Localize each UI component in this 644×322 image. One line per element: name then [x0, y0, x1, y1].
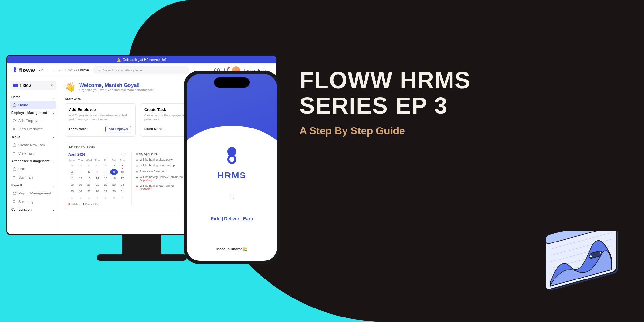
sidebar-item-add-employee[interactable]: Add Employee	[10, 117, 56, 125]
cal-day[interactable]: 13	[85, 175, 93, 181]
welcome-greeting: Welcome, Manish Goyal!	[79, 82, 153, 88]
cal-day[interactable]: 11	[68, 175, 76, 181]
onboarding-banner: ⚠️ Onboarding at HR services left	[7, 56, 276, 63]
forward-button[interactable]: ›	[58, 68, 60, 73]
nav-group-home[interactable]: Home⌄	[10, 93, 56, 101]
search-placeholder: Search for anything here	[103, 68, 142, 72]
sidebar-item-payroll-mgmt[interactable]: Payroll Management	[10, 189, 56, 197]
sidebar-item-payroll-summary[interactable]: Summary	[10, 197, 56, 206]
cal-day[interactable]: 12	[77, 175, 84, 181]
add-employee-card: Add Employee Add Employee, to track thei…	[65, 103, 136, 137]
cal-day[interactable]: 22	[102, 182, 109, 188]
cal-day[interactable]: 4	[68, 169, 76, 175]
nav-group-employee[interactable]: Employee Management⌄	[10, 109, 56, 117]
cal-day[interactable]: 7	[93, 169, 101, 175]
phone-app-name: HRMS	[217, 170, 246, 181]
chevron-down-icon: ⌄	[52, 208, 55, 211]
list-icon	[13, 151, 16, 155]
cal-day[interactable]: 17	[118, 175, 126, 181]
cal-day[interactable]: 6	[85, 169, 93, 175]
home-icon	[13, 103, 16, 107]
cal-day[interactable]: 1	[102, 163, 109, 168]
welcome-user-name: Manish Goyal!	[105, 82, 140, 88]
event-bullet-icon	[136, 159, 138, 161]
cal-day[interactable]: 15	[102, 175, 109, 181]
nav-group-payroll[interactable]: Payroll⌄	[10, 182, 56, 189]
event-bullet-icon	[136, 171, 138, 173]
cal-day[interactable]: 25	[68, 188, 76, 194]
learn-more-link[interactable]: Learn More ›	[69, 128, 88, 131]
cal-day[interactable]: 23	[110, 182, 118, 188]
card-description: Add Employee, to track their Attendance,…	[69, 113, 131, 121]
monitor-base	[97, 254, 187, 261]
cal-day[interactable]: 7	[118, 195, 126, 201]
back-button[interactable]: ‹	[53, 68, 55, 73]
cal-day[interactable]: 14	[93, 175, 101, 181]
cal-day[interactable]: 28	[93, 188, 101, 194]
cal-day[interactable]: 29	[102, 188, 109, 194]
cal-day[interactable]: 8	[102, 169, 109, 175]
calendar-legend: Holiday Present Day	[68, 203, 126, 205]
cal-next-button[interactable]: ›	[125, 152, 126, 156]
svg-point-17	[14, 152, 15, 153]
chevron-down-icon: ⌄	[52, 111, 55, 115]
sidebar-item-create-task[interactable]: Create New Task	[10, 141, 56, 149]
sidebar-collapse-button[interactable]: ≪	[39, 68, 43, 72]
cal-day[interactable]: 27	[85, 188, 93, 194]
hero-title-line2: SERIES EP 3	[299, 93, 471, 118]
cal-day[interactable]: 18	[68, 182, 76, 188]
warning-icon: ⚠️	[117, 58, 121, 62]
breadcrumb-path: HRMS /	[63, 68, 78, 72]
cal-day[interactable]: 31	[93, 163, 101, 168]
phone-notch	[214, 77, 250, 88]
cal-prev-button[interactable]: ‹	[121, 152, 123, 156]
cal-day[interactable]: 5	[102, 195, 109, 201]
sidebar-item-view-task[interactable]: View Task	[10, 149, 56, 157]
cal-day[interactable]: 4	[93, 195, 101, 201]
event-bullet-icon	[136, 177, 138, 178]
learn-more-link[interactable]: Learn More ›	[144, 127, 164, 131]
add-employee-button[interactable]: Add Employee	[105, 126, 131, 132]
phone-mockup: HRMS Ride | Deliver | Earn Made In Bhara…	[184, 71, 280, 264]
cal-day[interactable]: 6	[110, 195, 118, 201]
calendar-grid[interactable]: MonTueWedThuFriSatSun2829303112345678910…	[68, 159, 126, 201]
svg-point-19	[14, 200, 15, 202]
cal-day[interactable]: 28	[68, 163, 76, 168]
cal-day[interactable]: 3	[85, 195, 93, 201]
cal-day[interactable]: 30	[110, 188, 118, 194]
cal-dow: Sun	[118, 159, 126, 162]
sidebar-item-attendance-list[interactable]: List	[10, 165, 56, 173]
cal-day[interactable]: 29	[77, 163, 84, 168]
panel-title: ACTIVITY LOG	[68, 145, 95, 149]
chevron-down-icon: ⌄	[52, 135, 55, 139]
cal-day[interactable]: 1	[68, 195, 76, 201]
module-selector[interactable]: HRMS ▾	[10, 80, 56, 90]
sidebar-item-view-employee[interactable]: View Employee	[10, 125, 56, 133]
phone-tagline: Ride | Deliver | Earn	[211, 216, 253, 221]
search-icon	[97, 68, 101, 72]
sidebar-item-attendance-summary[interactable]: Summary	[10, 173, 56, 182]
search-input[interactable]: Search for anything here	[93, 66, 189, 74]
svg-point-26	[229, 196, 230, 197]
cal-day[interactable]: 31	[118, 188, 126, 194]
cal-day[interactable]: 30	[85, 163, 93, 168]
cal-day[interactable]: 9	[110, 169, 118, 175]
cal-day[interactable]: 20	[85, 182, 93, 188]
sidebar-item-home[interactable]: Home	[10, 101, 56, 109]
cal-day[interactable]: 24	[118, 182, 126, 188]
cal-day[interactable]: 21	[93, 182, 101, 188]
cal-day[interactable]: 3	[118, 163, 126, 168]
cal-day[interactable]: 2	[110, 163, 118, 168]
nav-group-attendance[interactable]: Attendance Management⌄	[10, 157, 56, 165]
nav-group-config[interactable]: Confugration⌄	[10, 206, 56, 213]
cal-day[interactable]: 10	[118, 169, 126, 175]
cal-day[interactable]: 19	[77, 182, 84, 188]
nav-group-tasks[interactable]: Tasks⌄	[10, 133, 56, 141]
cal-day[interactable]: 2	[77, 195, 84, 201]
module-icon	[13, 84, 18, 87]
sidebar-item-label: Home	[18, 103, 28, 107]
svg-point-15	[14, 119, 15, 121]
cal-day[interactable]: 5	[77, 169, 84, 175]
cal-day[interactable]: 26	[77, 188, 84, 194]
cal-day[interactable]: 16	[110, 175, 118, 181]
